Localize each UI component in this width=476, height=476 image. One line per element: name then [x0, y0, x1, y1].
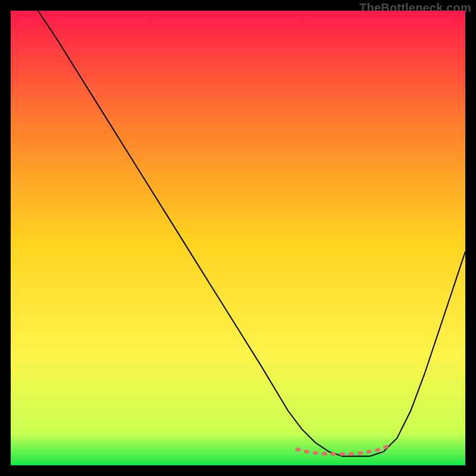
- plot-area: [11, 11, 465, 465]
- chart-frame: TheBottleneck.com: [0, 0, 476, 476]
- gradient-bg: [11, 11, 465, 465]
- chart-svg: [11, 11, 465, 465]
